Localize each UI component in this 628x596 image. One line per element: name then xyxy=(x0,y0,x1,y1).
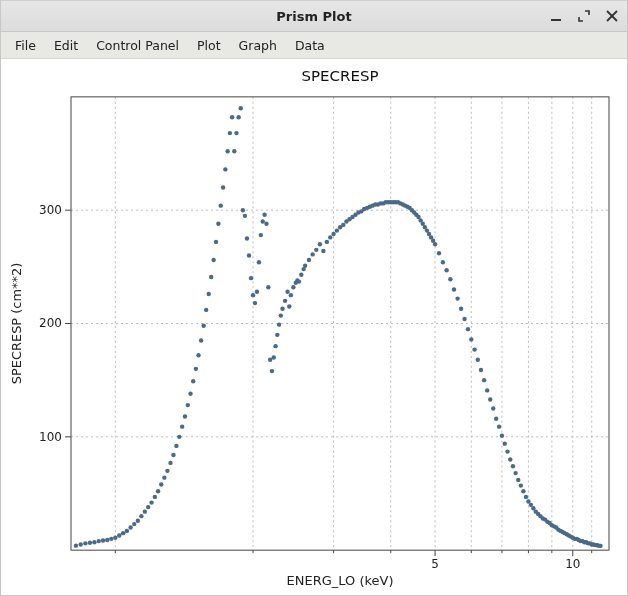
menu-data[interactable]: Data xyxy=(287,35,333,56)
data-point xyxy=(259,233,263,237)
data-point xyxy=(97,539,101,543)
data-point xyxy=(318,242,322,246)
data-point xyxy=(469,337,473,341)
data-point xyxy=(275,333,279,337)
menubar: File Edit Control Panel Plot Graph Data xyxy=(1,32,627,59)
data-point xyxy=(199,338,203,342)
data-point xyxy=(314,248,318,252)
data-point xyxy=(236,115,240,119)
close-button[interactable] xyxy=(603,7,621,25)
data-point xyxy=(143,509,147,513)
y-tick-label: 300 xyxy=(39,203,62,217)
data-point xyxy=(128,525,132,529)
data-point xyxy=(146,505,150,509)
data-point xyxy=(511,464,515,468)
data-point xyxy=(452,287,456,291)
data-point xyxy=(494,417,498,421)
data-point xyxy=(247,253,251,257)
data-point xyxy=(273,344,277,348)
data-point xyxy=(156,489,160,493)
data-point xyxy=(105,538,109,542)
minimize-button[interactable] xyxy=(547,7,565,25)
data-point xyxy=(121,531,125,535)
data-point xyxy=(491,406,495,410)
data-point xyxy=(168,461,172,465)
data-point xyxy=(321,249,325,253)
data-point xyxy=(444,268,448,272)
data-point xyxy=(159,482,163,486)
data-point xyxy=(503,441,507,445)
data-point xyxy=(291,285,295,289)
menu-control-panel[interactable]: Control Panel xyxy=(88,35,187,56)
data-point xyxy=(466,327,470,331)
window-controls xyxy=(547,1,621,31)
data-point xyxy=(448,277,452,281)
data-point xyxy=(255,290,259,294)
data-point xyxy=(232,149,236,153)
data-point xyxy=(280,307,284,311)
data-point xyxy=(307,258,311,262)
data-point xyxy=(257,260,261,264)
data-point xyxy=(433,242,437,246)
data-point xyxy=(139,514,143,518)
x-tick-label: 10 xyxy=(565,557,580,571)
data-point xyxy=(183,414,187,418)
data-point xyxy=(289,293,293,297)
maximize-button[interactable] xyxy=(575,7,593,25)
data-point xyxy=(230,115,234,119)
window: Prism Plot File Edit Control Panel P xyxy=(0,0,628,596)
data-point xyxy=(272,355,276,359)
menu-graph[interactable]: Graph xyxy=(231,35,285,56)
data-point xyxy=(83,541,87,545)
data-point xyxy=(201,324,205,328)
data-point xyxy=(266,285,270,289)
data-point xyxy=(211,258,215,262)
data-point xyxy=(216,222,220,226)
data-point xyxy=(174,444,178,448)
data-point xyxy=(270,369,274,373)
data-point xyxy=(243,214,247,218)
data-point xyxy=(462,317,466,321)
data-point xyxy=(153,495,157,499)
data-point xyxy=(299,273,303,277)
data-point xyxy=(505,449,509,453)
y-tick-label: 200 xyxy=(39,317,62,331)
data-point xyxy=(303,264,307,268)
data-point xyxy=(209,275,213,279)
chart: SPECRESP510ENERG_LO (keV)100200300SPECRE… xyxy=(1,59,627,595)
data-point xyxy=(341,223,345,227)
menu-edit[interactable]: Edit xyxy=(46,35,86,56)
data-point xyxy=(149,500,153,504)
plot-area[interactable]: SPECRESP510ENERG_LO (keV)100200300SPECRE… xyxy=(1,59,627,595)
data-point xyxy=(171,453,175,457)
data-point xyxy=(117,533,121,537)
data-point xyxy=(297,279,301,283)
data-point xyxy=(196,353,200,357)
menu-file[interactable]: File xyxy=(7,35,44,56)
menu-plot[interactable]: Plot xyxy=(189,35,229,56)
data-point xyxy=(78,542,82,546)
data-point xyxy=(239,106,243,110)
data-point xyxy=(136,519,140,523)
data-point xyxy=(476,358,480,362)
data-point xyxy=(88,541,92,545)
data-point xyxy=(125,529,129,533)
data-point xyxy=(455,296,459,300)
data-point xyxy=(132,522,136,526)
data-point xyxy=(92,540,96,544)
x-tick-label: 5 xyxy=(431,557,439,571)
data-point xyxy=(287,304,291,308)
data-point xyxy=(162,475,166,479)
data-point xyxy=(113,536,117,540)
data-point xyxy=(310,252,314,256)
chart-title: SPECRESP xyxy=(302,67,379,85)
data-point xyxy=(264,222,268,226)
data-point xyxy=(437,251,441,255)
data-point xyxy=(219,203,223,207)
data-point xyxy=(245,236,249,240)
data-point xyxy=(441,260,445,264)
data-point xyxy=(482,378,486,382)
data-point xyxy=(180,424,184,428)
data-point xyxy=(279,313,283,317)
data-point xyxy=(251,293,255,297)
